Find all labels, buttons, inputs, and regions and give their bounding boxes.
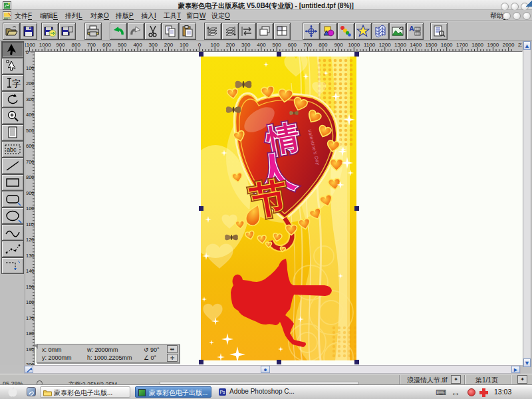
- poster-image[interactable]: 情情人人节节Valentine's Day: [201, 57, 356, 360]
- print-preview-button[interactable]: [430, 23, 448, 40]
- scroll-up-button[interactable]: ▲: [523, 41, 531, 50]
- image-button[interactable]: [389, 23, 406, 40]
- doc-minimize-button[interactable]: [503, 12, 511, 20]
- split-window-button[interactable]: [273, 23, 291, 40]
- corner-decoration: [525, 0, 532, 7]
- menu-e1[interactable]: 编辑E: [40, 12, 58, 19]
- clock: 13:03: [494, 388, 511, 396]
- menu-l2[interactable]: 排列L: [65, 12, 82, 19]
- tool-curve[interactable]: [1, 224, 24, 241]
- selection-handle[interactable]: [199, 52, 203, 57]
- selection-handle[interactable]: [199, 360, 203, 364]
- selection-handle[interactable]: [354, 52, 359, 57]
- menu-p4[interactable]: 排版P: [116, 12, 134, 19]
- paste-button[interactable]: [179, 23, 196, 40]
- tool-rectangle[interactable]: [1, 174, 24, 191]
- skew-icon: ∠ 0°: [144, 354, 156, 361]
- star-button[interactable]: [354, 23, 372, 40]
- tool-zoom[interactable]: [1, 108, 24, 124]
- selection-handle[interactable]: [277, 52, 281, 57]
- info-y: y: 2000mm: [42, 354, 72, 361]
- doc-close-button[interactable]: [523, 12, 531, 20]
- task-photoshop-window[interactable]: Ps Adobe Photoshop C...: [216, 386, 299, 398]
- status-filename: 浪漫情人节.tif: [407, 376, 448, 385]
- save-button[interactable]: [20, 23, 37, 40]
- undo-button[interactable]: [110, 23, 127, 40]
- start-button[interactable]: [7, 386, 19, 398]
- doc-restore-button[interactable]: [513, 12, 521, 20]
- tool-polyline[interactable]: [1, 241, 24, 257]
- move-button[interactable]: [303, 23, 320, 40]
- task-folder-window[interactable]: 蒙泰彩色电子出版...: [40, 386, 130, 398]
- health-icon: [479, 388, 488, 397]
- network-icon: ↔: [451, 387, 460, 398]
- open-button[interactable]: [3, 23, 20, 40]
- h-ruler-label: 2100: [518, 42, 522, 48]
- tool-line[interactable]: [1, 158, 24, 174]
- selection-handle[interactable]: [354, 360, 359, 364]
- shapes-button[interactable]: [320, 23, 337, 40]
- scroll-thumb[interactable]: ●: [261, 366, 270, 373]
- tool-measure[interactable]: [1, 257, 24, 274]
- svg-text:abc: abc: [7, 146, 17, 153]
- horizontal-scrollbar[interactable]: ● ►: [24, 365, 521, 374]
- color-dots-button[interactable]: [337, 23, 354, 40]
- vertical-scrollbar[interactable]: ▲ ▼: [523, 41, 531, 367]
- app-bottom-row: 05.29% 文档:2.25M/2.25M: [0, 380, 359, 384]
- selection-handle[interactable]: [199, 206, 203, 211]
- file-nav-button[interactable]: ✦: [451, 375, 461, 384]
- svg-text:A: A: [409, 25, 414, 33]
- warp-grid-button[interactable]: [372, 23, 389, 40]
- info-x: x: 0mm: [42, 346, 62, 353]
- quicklaunch-icon[interactable]: [27, 387, 36, 396]
- info-center-button[interactable]: ✛: [167, 354, 178, 362]
- document-canvas[interactable]: 情情人人节节Valentine's Day: [35, 52, 523, 365]
- photoshop-icon: Ps: [219, 388, 226, 396]
- page-nav-button[interactable]: ✦: [517, 375, 527, 384]
- selection-handle[interactable]: [354, 206, 359, 211]
- menu-o3[interactable]: 对象O: [90, 12, 109, 19]
- info-h: h: 1000.2205mm: [87, 354, 132, 361]
- document-icon: [3, 11, 11, 19]
- cascade-button[interactable]: [256, 23, 273, 40]
- antivirus-icon: [467, 388, 475, 396]
- tool-rotate[interactable]: [1, 91, 24, 108]
- tool-ellipse[interactable]: [1, 207, 24, 224]
- selection-handle[interactable]: [277, 360, 281, 364]
- menu-t6[interactable]: 工具T: [164, 12, 181, 19]
- menu-w7[interactable]: 窗口W: [186, 12, 205, 19]
- tool-rounded-rect[interactable]: [1, 191, 24, 207]
- folder-icon: [43, 389, 52, 396]
- tool-abc[interactable]: abc: [1, 141, 24, 158]
- info-flip-button[interactable]: ⇹: [167, 345, 178, 353]
- menu-f0[interactable]: 文件F: [15, 12, 32, 19]
- scroll-right-button[interactable]: ►: [511, 366, 520, 373]
- print-button[interactable]: [84, 23, 102, 40]
- save-as-button[interactable]: [59, 23, 76, 40]
- keyboard-icon: ⌨: [436, 388, 446, 397]
- rotate-icon: ↺ 90°: [144, 346, 160, 353]
- window-title: 蒙泰彩色电子出版系统 V5.0B4(专业版) - [untitled.tpf (…: [0, 1, 532, 11]
- object-info-panel: x: 0mm y: 2000mm w: 2000mm h: 1000.2205m…: [37, 344, 180, 363]
- task-app-window[interactable]: 蒙泰彩色电子出版...: [135, 386, 211, 398]
- bring-front-button[interactable]: [204, 23, 221, 40]
- send-back-button[interactable]: [221, 23, 239, 40]
- swap-order-button[interactable]: [239, 23, 256, 40]
- tool-page[interactable]: [1, 124, 24, 141]
- menu-i5[interactable]: 插入I: [141, 12, 156, 19]
- tool-select[interactable]: [1, 41, 24, 58]
- tool-palette: 字abc: [0, 41, 25, 365]
- redo-button[interactable]: [127, 23, 144, 40]
- tool-text[interactable]: 字: [1, 74, 24, 91]
- import-button[interactable]: [41, 23, 59, 40]
- tool-node-select[interactable]: [1, 58, 24, 74]
- menu-o8[interactable]: 设定O: [211, 12, 230, 19]
- text-grid-button[interactable]: A: [406, 23, 424, 40]
- menu-bar: 文件F编辑E排列L对象O排版P插入I工具T窗口W设定O 帮助H: [0, 10, 532, 21]
- app-icon-small: [138, 389, 146, 396]
- copy-button[interactable]: [162, 23, 179, 40]
- cut-button[interactable]: [144, 23, 162, 40]
- horizontal-ruler: 1100100090080070060050040030020010001002…: [25, 41, 522, 52]
- scroll-down-button[interactable]: ▼: [523, 358, 531, 367]
- scroll-left-button[interactable]: [25, 366, 33, 373]
